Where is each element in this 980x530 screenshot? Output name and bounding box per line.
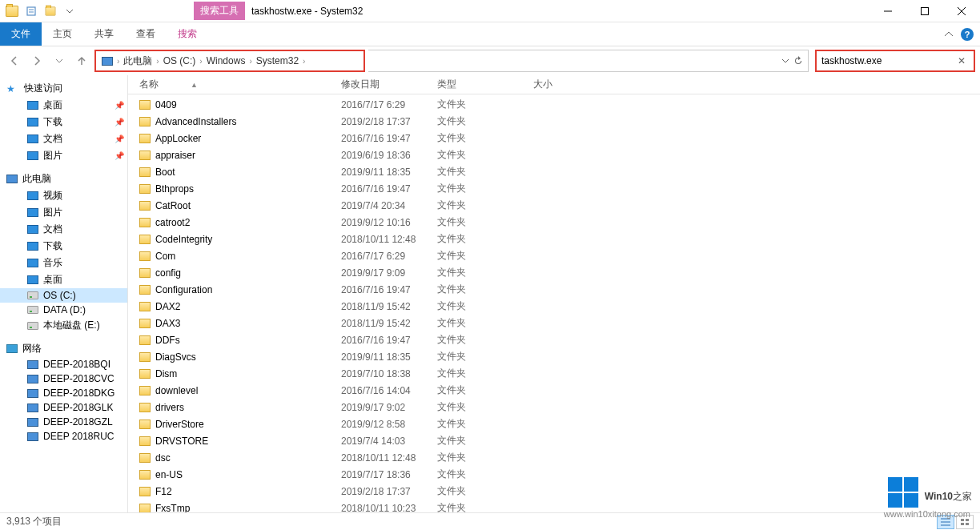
column-header-date[interactable]: 修改日期	[341, 78, 437, 91]
folder-icon	[139, 218, 151, 227]
chevron-right-icon[interactable]: ›	[301, 57, 307, 66]
file-row[interactable]: AdvancedInstallers 2019/2/18 17:37 文件夹	[128, 113, 980, 130]
sidebar-item[interactable]: DEEP-2018CVC	[0, 371, 127, 386]
chevron-right-icon[interactable]: ›	[155, 57, 160, 66]
sidebar-item-label: OS (C:)	[43, 290, 76, 301]
sidebar-item[interactable]: DATA (D:)	[0, 303, 127, 317]
qat-properties-icon[interactable]	[22, 2, 40, 20]
file-row[interactable]: appraiser 2019/6/19 18:36 文件夹	[128, 147, 980, 163]
refresh-icon[interactable]	[793, 56, 803, 66]
address-dropdown-icon[interactable]	[782, 58, 789, 64]
clear-search-icon[interactable]: ✕	[954, 55, 969, 66]
breadcrumb-seg-0[interactable]: 此电脑	[121, 54, 155, 68]
svg-rect-0	[27, 7, 35, 15]
folder-icon	[139, 319, 151, 328]
back-button[interactable]	[5, 51, 24, 70]
file-row[interactable]: drivers 2019/9/17 9:02 文件夹	[128, 399, 980, 416]
view-details-button[interactable]	[937, 515, 954, 529]
file-date: 2019/6/19 18:36	[341, 150, 437, 161]
file-row[interactable]: Boot 2019/9/11 18:35 文件夹	[128, 163, 980, 180]
file-row[interactable]: Bthprops 2016/7/16 19:47 文件夹	[128, 180, 980, 197]
sidebar-item-label: 下载	[43, 239, 62, 253]
sidebar-item[interactable]: 图片	[0, 204, 127, 221]
file-type: 文件夹	[437, 98, 533, 111]
file-row[interactable]: Com 2016/7/17 6:29 文件夹	[128, 247, 980, 264]
file-row[interactable]: DRVSTORE 2019/7/4 14:03 文件夹	[128, 432, 980, 449]
help-icon[interactable]: ?	[961, 28, 974, 41]
recent-dropdown-icon[interactable]	[50, 51, 69, 70]
chevron-right-icon[interactable]: ›	[115, 57, 121, 66]
breadcrumb-seg-1[interactable]: OS (C:)	[161, 55, 199, 66]
breadcrumb-seg-3[interactable]: System32	[254, 55, 301, 66]
file-row[interactable]: CatRoot 2019/7/4 20:34 文件夹	[128, 197, 980, 214]
file-row[interactable]: 0409 2016/7/17 6:29 文件夹	[128, 96, 980, 113]
maximize-button[interactable]	[906, 0, 943, 22]
tab-file[interactable]: 文件	[0, 22, 42, 46]
sidebar-item[interactable]: 文档📌	[0, 130, 127, 147]
file-row[interactable]: AppLocker 2016/7/16 19:47 文件夹	[128, 130, 980, 147]
up-button[interactable]	[72, 51, 91, 70]
file-row[interactable]: downlevel 2016/7/16 14:04 文件夹	[128, 382, 980, 399]
sidebar-this-pc[interactable]: 此电脑	[0, 171, 127, 187]
folder-icon	[27, 208, 38, 217]
sidebar-network[interactable]: 网络	[0, 340, 127, 357]
column-header-type[interactable]: 类型	[437, 78, 533, 91]
file-list[interactable]: 0409 2016/7/17 6:29 文件夹 AdvancedInstalle…	[128, 94, 980, 512]
file-row[interactable]: DiagSvcs 2019/9/11 18:35 文件夹	[128, 348, 980, 365]
address-bar[interactable]: › 此电脑 › OS (C:) › Windows › System32 ›	[94, 50, 365, 72]
file-row[interactable]: en-US 2019/7/17 18:36 文件夹	[128, 466, 980, 483]
sidebar-item[interactable]: 桌面	[0, 271, 127, 288]
tab-search[interactable]: 搜索	[167, 22, 208, 46]
forward-button[interactable]	[27, 51, 46, 70]
close-button[interactable]	[943, 0, 980, 22]
sidebar-item-label: DEEP-2018BQI	[43, 359, 110, 370]
sidebar-item[interactable]: 下载	[0, 238, 127, 255]
sidebar-item[interactable]: DEEP-2018GZL	[0, 415, 127, 429]
file-row[interactable]: DAX2 2018/11/9 15:42 文件夹	[128, 298, 980, 315]
tab-view[interactable]: 查看	[125, 22, 167, 46]
search-input[interactable]	[821, 55, 954, 66]
folder-icon	[27, 225, 38, 234]
column-header-name[interactable]: 名称 ▲	[139, 78, 341, 91]
breadcrumb-pc-icon[interactable]	[99, 57, 115, 66]
file-row[interactable]: DDFs 2016/7/16 19:47 文件夹	[128, 331, 980, 348]
file-row[interactable]: CodeIntegrity 2018/10/11 12:48 文件夹	[128, 231, 980, 247]
search-box[interactable]: ✕	[815, 50, 975, 72]
file-row[interactable]: catroot2 2019/9/12 10:16 文件夹	[128, 214, 980, 231]
navigation-pane[interactable]: ★ 快速访问 桌面📌下载📌文档📌图片📌 此电脑 视频图片文档下载音乐桌面OS (…	[0, 75, 128, 512]
chevron-right-icon[interactable]: ›	[247, 57, 253, 66]
file-row[interactable]: config 2019/9/17 9:09 文件夹	[128, 264, 980, 281]
qat-dropdown-icon[interactable]	[61, 2, 78, 20]
sidebar-item[interactable]: 图片📌	[0, 147, 127, 164]
ribbon-collapse-icon[interactable]	[945, 30, 953, 38]
file-row[interactable]: DAX3 2018/11/9 15:42 文件夹	[128, 315, 980, 331]
file-row[interactable]: Dism 2019/7/10 18:38 文件夹	[128, 365, 980, 382]
sidebar-item[interactable]: 下载📌	[0, 114, 127, 130]
sidebar-item[interactable]: OS (C:)	[0, 288, 127, 303]
chevron-right-icon[interactable]: ›	[198, 57, 203, 66]
minimize-button[interactable]	[870, 0, 906, 22]
breadcrumb-seg-2[interactable]: Windows	[204, 55, 248, 66]
sidebar-item[interactable]: 视频	[0, 187, 127, 204]
file-row[interactable]: dsc 2018/10/11 12:48 文件夹	[128, 449, 980, 466]
file-row[interactable]: DriverStore 2019/9/12 8:58 文件夹	[128, 416, 980, 432]
column-header-size[interactable]: 大小	[533, 78, 597, 91]
sidebar-item[interactable]: DEEP-2018BQI	[0, 357, 127, 371]
sidebar-item[interactable]: 桌面📌	[0, 97, 127, 114]
sidebar-item[interactable]: 音乐	[0, 255, 127, 271]
address-bar-extend[interactable]	[368, 50, 809, 72]
tab-home[interactable]: 主页	[42, 22, 83, 46]
sidebar-item[interactable]: DEEP 2018RUC	[0, 429, 127, 444]
sidebar-item[interactable]: 本地磁盘 (E:)	[0, 317, 127, 334]
sidebar-item[interactable]: DEEP-2018DKG	[0, 386, 127, 400]
sidebar-quick-access[interactable]: ★ 快速访问	[0, 80, 127, 97]
file-date: 2018/10/11 10:23	[341, 503, 437, 513]
sidebar-item[interactable]: 文档	[0, 221, 127, 238]
file-row[interactable]: F12 2019/2/18 17:37 文件夹	[128, 483, 980, 500]
sidebar-item[interactable]: DEEP-2018GLK	[0, 400, 127, 415]
tab-share[interactable]: 共享	[83, 22, 125, 46]
file-row[interactable]: FxsTmp 2018/10/11 10:23 文件夹	[128, 500, 980, 512]
view-large-icons-button[interactable]	[956, 515, 974, 529]
file-row[interactable]: Configuration 2016/7/16 19:47 文件夹	[128, 281, 980, 298]
qat-newfolder-icon[interactable]	[42, 2, 59, 20]
